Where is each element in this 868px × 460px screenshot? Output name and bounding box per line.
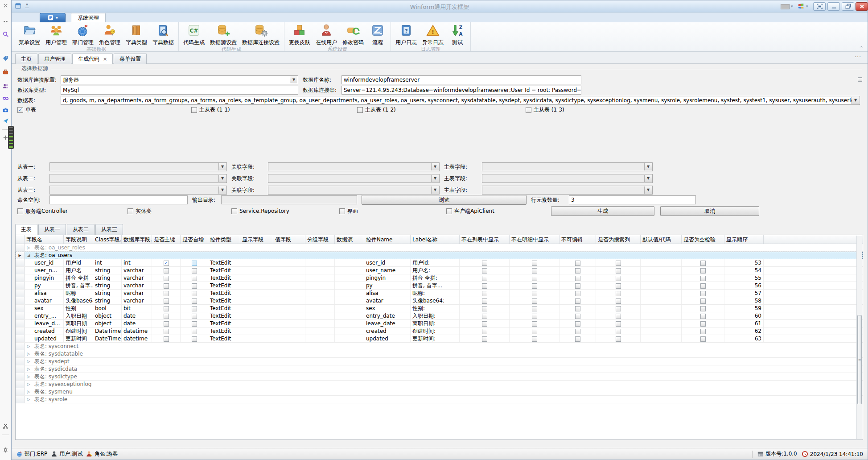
relation-field-combo[interactable]: ▼ (268, 174, 440, 183)
document-tab[interactable]: 主页 (15, 54, 37, 64)
grid-cell[interactable] (682, 297, 724, 304)
grid-cell[interactable] (641, 312, 682, 319)
grid-cell[interactable] (335, 259, 364, 266)
checkbox-icon[interactable] (616, 291, 621, 296)
grid-cell[interactable]: ✓ (152, 259, 181, 266)
grid-cell[interactable] (152, 282, 181, 289)
ribbon-button[interactable]: 更换皮肤 (286, 23, 313, 46)
grid-cell[interactable] (559, 282, 596, 289)
grid-cell[interactable] (596, 259, 641, 266)
grid-cell[interactable] (510, 335, 559, 342)
checkbox-icon[interactable] (616, 321, 621, 327)
conn-str-input[interactable]: Server=121.4.95.243;Database=winformdeve… (341, 86, 581, 95)
grid-cell[interactable] (682, 335, 724, 342)
dropdown-icon[interactable]: ▼ (852, 97, 859, 104)
grid-cell[interactable]: 55 (724, 274, 764, 282)
grid-tab[interactable]: 主表 (15, 224, 37, 235)
grid-cell[interactable] (460, 290, 510, 297)
table-group-row[interactable]: ▶◢表名: oa_users (16, 252, 863, 259)
checkbox-icon[interactable] (700, 261, 706, 266)
grid-cell[interactable] (152, 335, 181, 342)
grid-cell[interactable] (460, 305, 510, 312)
row-elements-input[interactable]: 3 (569, 195, 696, 204)
grid-cell[interactable]: 头像base64 (64, 297, 93, 304)
grid-cell[interactable]: int (122, 259, 152, 266)
checkbox-icon[interactable] (532, 276, 537, 281)
checkbox-icon[interactable] (616, 276, 621, 281)
document-tab[interactable]: 菜单设置 (114, 54, 147, 64)
tab-overflow-icon[interactable]: ··· (855, 54, 861, 60)
checkbox-icon[interactable] (700, 306, 706, 311)
grid-cell[interactable] (460, 259, 510, 266)
ribbon-button[interactable]: 数据源设置 (207, 23, 239, 46)
grid-cell[interactable] (240, 290, 273, 297)
checkbox-icon[interactable] (482, 329, 487, 334)
grid-cell[interactable] (559, 267, 596, 274)
grid-cell[interactable] (460, 335, 510, 342)
grid-cell[interactable] (152, 312, 181, 319)
table-row[interactable]: entry_...入职日期objectdateTextEditentry_dat… (16, 312, 863, 320)
checkbox-generate-option[interactable]: 服务端Controller (17, 207, 68, 215)
grid-column-header[interactable]: 显示顺序 (724, 235, 764, 244)
table-row[interactable]: sex性别boolbitTextEditsex性别:59 (16, 305, 863, 312)
dropdown-icon[interactable]: ▼ (218, 163, 226, 170)
relation-field-combo[interactable]: ▼ (268, 186, 440, 195)
grid-cell[interactable]: pingyin (364, 274, 411, 282)
grid-cell[interactable]: 昵称: (411, 290, 460, 297)
grid-cell[interactable] (305, 290, 335, 297)
ribbon-button[interactable]: 字典类型 (123, 23, 150, 46)
grid-cell[interactable]: 58 (724, 297, 764, 304)
grid-cell[interactable] (682, 282, 724, 289)
grid-cell[interactable] (335, 327, 364, 335)
checkbox-icon[interactable] (192, 298, 197, 304)
grid-cell[interactable]: user_id (364, 259, 411, 266)
checkbox-icon[interactable] (575, 329, 580, 334)
close-button[interactable] (856, 2, 868, 11)
grid-cell[interactable]: leave_date (364, 320, 411, 327)
grid-cell[interactable]: created (364, 327, 411, 335)
grid-column-header[interactable]: 不在明细中显示 (510, 235, 559, 244)
grid-cell[interactable]: 拼音, 首字... (411, 282, 460, 289)
grid-cell[interactable]: user_n... (25, 267, 64, 274)
grid-cell[interactable] (181, 290, 208, 297)
grid-cell[interactable]: date (122, 320, 152, 327)
grid-column-header[interactable]: 是否自增 (181, 235, 208, 244)
checkbox-icon[interactable] (575, 298, 580, 304)
grid-cell[interactable] (273, 259, 305, 266)
grid-cell[interactable] (682, 267, 724, 274)
swatch-dropdown-icon[interactable]: ▾ (791, 4, 793, 8)
grid-cell[interactable] (510, 259, 559, 266)
grid-cell[interactable]: 59 (724, 305, 764, 312)
grid-cell[interactable] (152, 305, 181, 312)
grid-cell[interactable]: 54 (724, 267, 764, 274)
grid-column-header[interactable]: 字段名 (25, 235, 64, 244)
grid-cell[interactable]: leave_d... (25, 320, 64, 327)
dropdown-icon[interactable]: ▼ (644, 186, 652, 194)
grid-column-header[interactable]: 显示字段 (240, 235, 273, 244)
grid-cell[interactable] (240, 274, 273, 282)
dropdown-icon[interactable]: ▼ (218, 175, 226, 182)
checkbox-icon[interactable] (482, 298, 487, 304)
grid-cell[interactable] (305, 274, 335, 282)
grid-cell[interactable] (559, 274, 596, 282)
checkbox-icon[interactable] (164, 306, 169, 311)
grid-column-header[interactable]: 字段说明 (64, 235, 93, 244)
checkbox-icon[interactable] (700, 321, 706, 327)
grid-cell[interactable]: 用户id: (411, 259, 460, 266)
grid-cell[interactable]: DateTime (93, 327, 122, 335)
checkbox-icon[interactable] (192, 268, 197, 274)
grid-cell[interactable] (152, 290, 181, 297)
master-field-combo[interactable]: ▼ (482, 162, 653, 171)
expand-icon[interactable]: ◢ (25, 252, 33, 259)
grid-cell[interactable] (335, 267, 364, 274)
grid-cell[interactable] (152, 327, 181, 335)
table-group-row[interactable]: ▷表名: sysmenu (16, 388, 863, 396)
grid-cell[interactable]: TextEdit (208, 305, 240, 312)
checkbox-icon[interactable] (575, 291, 580, 296)
grid-cell[interactable] (240, 335, 273, 342)
gear-icon[interactable] (2, 446, 9, 454)
dropdown-icon[interactable]: ▼ (218, 186, 226, 194)
grid-cell[interactable]: 56 (724, 282, 764, 289)
grid-cell[interactable]: created (25, 327, 64, 335)
grid-cell[interactable] (181, 320, 208, 327)
